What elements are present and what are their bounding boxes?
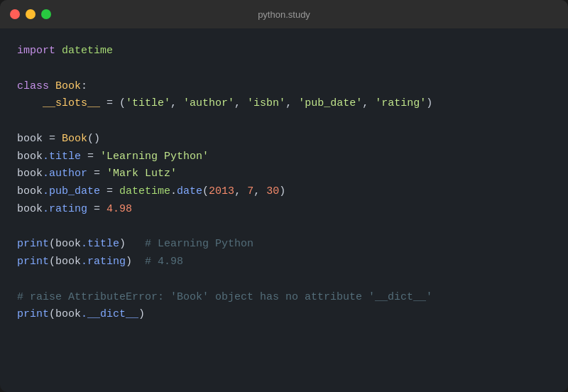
line-blank4 <box>17 271 551 289</box>
line-print2: print(book.rating) # 4.98 <box>17 254 551 271</box>
line-print3: print(book.__dict__) <box>17 306 551 324</box>
line-book-init: book = Book() <box>17 131 551 148</box>
line-class: class Book: <box>17 78 551 96</box>
code-editor: import datetime class Book: __slots__ = … <box>0 28 568 392</box>
line-comment: # raise AttributeError: 'Book' object ha… <box>17 289 551 307</box>
titlebar: python.study <box>0 0 568 28</box>
line-author: book.author = 'Mark Lutz' <box>17 165 551 183</box>
line-import: import datetime <box>17 43 551 60</box>
maximize-button[interactable] <box>41 9 51 19</box>
line-slots: __slots__ = ('title', 'author', 'isbn', … <box>17 95 551 113</box>
line-blank3 <box>17 219 551 236</box>
line-blank2 <box>17 113 551 131</box>
line-print1: print(book.title) # Learning Python <box>17 236 551 254</box>
line-title: book.title = 'Learning Python' <box>17 148 551 166</box>
window-title: python.study <box>258 9 310 20</box>
line-blank1 <box>17 60 551 78</box>
close-button[interactable] <box>10 9 20 19</box>
line-rating: book.rating = 4.98 <box>17 201 551 219</box>
minimize-button[interactable] <box>26 9 36 19</box>
app-window: python.study import datetime class Book:… <box>0 0 568 392</box>
traffic-lights <box>10 9 51 19</box>
line-pubdate: book.pub_date = datetime.date(2013, 7, 3… <box>17 183 551 201</box>
